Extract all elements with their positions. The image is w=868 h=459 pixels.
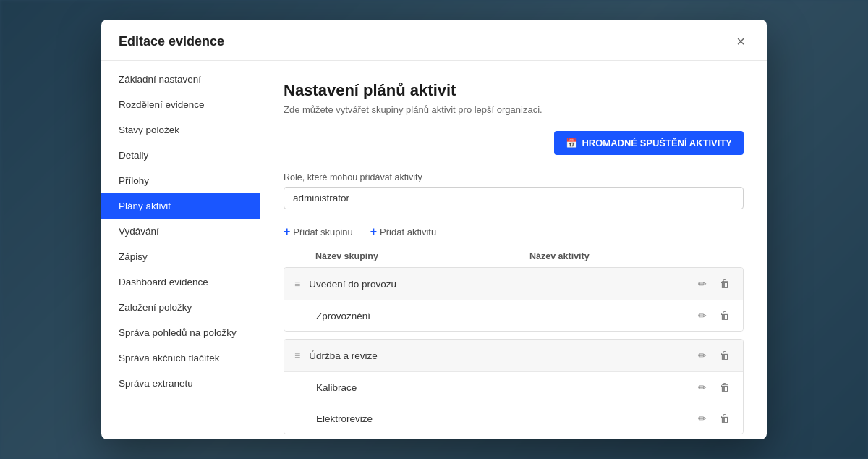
add-activity-button[interactable]: + Přidat aktivitu <box>370 225 436 238</box>
group-name: Údržba a revize <box>309 350 686 361</box>
delete-activity-button[interactable]: 🗑 <box>717 411 733 426</box>
plus-icon-group: + <box>284 225 290 238</box>
sidebar-item-detaily[interactable]: Detaily <box>101 143 260 168</box>
modal-header: Editace evidence × <box>101 20 767 61</box>
activity-name: Kalibrace <box>316 382 695 393</box>
delete-group-button[interactable]: 🗑 <box>717 348 733 363</box>
activity-name: Zprovoznění <box>316 311 695 321</box>
group-actions: ✏🗑 <box>695 277 733 291</box>
sidebar-item-sprava-extranetu[interactable]: Správa extranetu <box>101 371 260 396</box>
activity-name: Elektrorevize <box>316 413 695 424</box>
group-row: ≡Uvedení do provozu✏🗑 <box>284 268 743 300</box>
bulk-action-button[interactable]: 📅 HROMADNÉ SPUŠTĚNÍ AKTIVITY <box>554 131 744 155</box>
close-button[interactable]: × <box>732 33 749 50</box>
edit-group-button[interactable]: ✏ <box>695 277 710 291</box>
modal: Editace evidence × Základní nastaveníRoz… <box>101 20 767 439</box>
sidebar-item-sprava-pohledu[interactable]: Správa pohledů na položky <box>101 320 260 345</box>
page-subtitle: Zde můžete vytvářet skupiny plánů aktivi… <box>284 104 744 115</box>
sidebar-item-prilohy[interactable]: Přílohy <box>101 168 260 193</box>
groups-container: ≡Uvedení do provozu✏🗑Zprovoznění✏🗑≡Údržb… <box>284 267 744 434</box>
activity-row: Kalibrace✏🗑 <box>284 371 743 403</box>
col-activity-header: Název aktivity <box>529 251 744 261</box>
edit-activity-button[interactable]: ✏ <box>695 411 710 426</box>
delete-group-button[interactable]: 🗑 <box>717 277 733 291</box>
bulk-button-label: HROMADNÉ SPUŠTĚNÍ AKTIVITY <box>582 138 732 148</box>
roles-label: Role, které mohou přidávat aktivity <box>284 172 744 182</box>
sidebar-item-rozdeleni-evidence[interactable]: Rozdělení evidence <box>101 92 260 117</box>
edit-activity-button[interactable]: ✏ <box>695 380 710 395</box>
group-actions: ✏🗑 <box>695 348 733 363</box>
modal-body: Základní nastaveníRozdělení evidenceStav… <box>101 61 767 439</box>
col-group-header: Název skupiny <box>315 251 529 261</box>
modal-title: Editace evidence <box>119 34 224 49</box>
activity-actions: ✏🗑 <box>695 308 733 323</box>
sidebar: Základní nastaveníRozdělení evidenceStav… <box>101 61 260 439</box>
add-group-button[interactable]: + Přidat skupinu <box>284 225 353 238</box>
sidebar-item-dashboard-evidence[interactable]: Dashboard evidence <box>101 269 260 295</box>
group-name: Uvedení do provozu <box>309 279 686 290</box>
edit-activity-button[interactable]: ✏ <box>695 308 710 323</box>
drag-handle-icon[interactable]: ≡ <box>294 278 300 290</box>
group-block: ≡Údržba a revize✏🗑Kalibrace✏🗑Elektrorevi… <box>284 339 744 434</box>
add-bar: + Přidat skupinu + Přidat aktivitu <box>284 225 744 238</box>
sidebar-item-zalozeni-polozky[interactable]: Založení položky <box>101 295 260 320</box>
calendar-icon: 📅 <box>566 138 577 148</box>
delete-activity-button[interactable]: 🗑 <box>717 308 733 323</box>
activity-actions: ✏🗑 <box>695 411 733 426</box>
roles-field: Role, které mohou přidávat aktivity <box>284 172 744 225</box>
delete-activity-button[interactable]: 🗑 <box>717 380 733 395</box>
table-header: Název skupiny Název aktivity <box>284 248 744 267</box>
sidebar-item-stavy-polozek[interactable]: Stavy položek <box>101 117 260 143</box>
button-row: 📅 HROMADNÉ SPUŠTĚNÍ AKTIVITY <box>284 131 744 172</box>
activity-row: Zprovoznění✏🗑 <box>284 300 743 331</box>
content-area: Nastavení plánů aktivit Zde můžete vytvá… <box>260 61 767 439</box>
group-row: ≡Údržba a revize✏🗑 <box>284 340 743 371</box>
roles-input[interactable] <box>284 187 744 209</box>
sidebar-item-sprava-akcnich[interactable]: Správa akčních tlačítek <box>101 345 260 371</box>
sidebar-item-plany-aktivit[interactable]: Plány aktivit <box>101 193 260 219</box>
activity-row: Elektrorevize✏🗑 <box>284 403 743 434</box>
sidebar-item-zapisy[interactable]: Zápisy <box>101 244 260 269</box>
sidebar-item-vydavani[interactable]: Vydávání <box>101 219 260 244</box>
group-block: ≡Uvedení do provozu✏🗑Zprovoznění✏🗑 <box>284 267 744 332</box>
add-group-label: Přidat skupinu <box>293 227 352 237</box>
add-activity-label: Přidat aktivitu <box>380 227 436 237</box>
page-title: Nastavení plánů aktivit <box>284 81 744 100</box>
drag-handle-icon[interactable]: ≡ <box>294 350 300 361</box>
sidebar-item-zakladni-nastaveni[interactable]: Základní nastavení <box>101 67 260 92</box>
edit-group-button[interactable]: ✏ <box>695 348 710 363</box>
plus-icon-activity: + <box>370 225 377 238</box>
activity-actions: ✏🗑 <box>695 380 733 395</box>
